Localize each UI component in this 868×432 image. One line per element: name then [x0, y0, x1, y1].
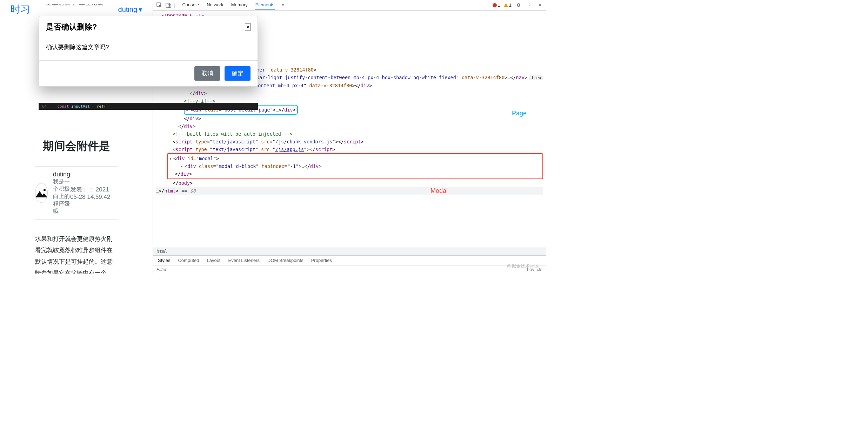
dom-modal-highlighted[interactable]: ▾<div id="modal"> ▸<div class="modal d-b…: [167, 153, 543, 179]
close-icon[interactable]: ✕: [536, 2, 543, 9]
article-para-1: 水果和打开就会更健康热火刚看完就鞍竟然都难异步组件在默认情况下是可挂起的。这意味…: [35, 234, 118, 274]
warn-triangle-icon: [504, 3, 508, 7]
watermark: @掘金技术社区: [507, 263, 539, 269]
dom-dollar0: $0: [190, 188, 196, 194]
error-dot-icon: [493, 3, 497, 7]
publish-info: 发表于： 2021-05-28 14:59:42: [70, 185, 118, 201]
svg-point-1: [44, 189, 46, 191]
author-block: duting 我是一个积极向上的程序媛哦: [53, 171, 70, 215]
tab-network[interactable]: Network: [206, 0, 224, 10]
svg-rect-3: [166, 3, 169, 7]
svg-marker-0: [35, 191, 47, 197]
keyword: const: [57, 104, 69, 109]
user-name: duting: [118, 6, 138, 14]
device-icon[interactable]: [165, 2, 172, 9]
publish-label: 发表于：: [70, 186, 94, 193]
annotation-modal: Modal: [430, 187, 448, 195]
styles-filter-row: :hov .cls: [153, 265, 546, 274]
flex-pill[interactable]: flex: [529, 75, 543, 80]
article-title: 期间会附件是: [0, 139, 153, 154]
dom-built-comment: <!-- built files will be auto injected -…: [173, 131, 292, 137]
article-meta: duting 我是一个积极向上的程序媛哦 发表于： 2021-05-28 14:…: [35, 166, 118, 220]
modal-body: 确认要删除这篇文章吗?: [39, 38, 258, 61]
page-pane: 时习 duting ▾ 学而时习之 不亦说乎 64 const inputVal…: [0, 0, 153, 274]
devtools-toolbar: | Console Network Memory Elements » 1 1 …: [153, 0, 546, 11]
dom-nav-cls: navbar navbar-light justify-content-betw…: [228, 75, 456, 80]
dom-modal-id: modal: [199, 156, 213, 161]
styles-subtabs: Styles Computed Layout Event Listeners D…: [153, 255, 546, 265]
subtab-event-listeners[interactable]: Event Listeners: [228, 258, 260, 263]
chevron-down-icon: ▾: [139, 5, 142, 14]
user-dropdown[interactable]: duting ▾: [118, 5, 142, 14]
modal-title: 是否确认删除?: [46, 22, 97, 32]
confirm-modal: 是否确认删除? ✕ 确认要删除这篇文章吗? 取消 确定: [39, 16, 258, 87]
filter-input[interactable]: [156, 267, 209, 272]
tab-more[interactable]: »: [281, 0, 285, 10]
author-name[interactable]: duting: [53, 171, 70, 178]
cancel-button[interactable]: 取消: [194, 66, 220, 81]
subtab-styles[interactable]: Styles: [158, 258, 170, 263]
subtab-computed[interactable]: Computed: [178, 258, 199, 263]
dom-eq: ==: [181, 188, 187, 194]
article-body: 水果和打开就会更健康热火刚看完就鞍竟然都难异步组件在默认情况下是可挂起的。这意味…: [35, 234, 118, 274]
image-placeholder-icon: [35, 188, 47, 197]
brand-logo[interactable]: 时习: [11, 3, 30, 16]
operator: =: [92, 104, 95, 109]
tab-memory[interactable]: Memory: [231, 0, 248, 10]
kebab-icon[interactable]: ⋮: [526, 2, 533, 9]
devtools-tabs: Console Network Memory Elements »: [181, 0, 490, 10]
subtab-layout[interactable]: Layout: [207, 258, 220, 263]
dom-app-src[interactable]: /js/app.js: [275, 147, 304, 152]
tab-console[interactable]: Console: [181, 0, 200, 10]
line-number: 64: [42, 104, 47, 109]
tab-elements[interactable]: Elements: [255, 0, 275, 10]
close-icon[interactable]: ✕: [245, 23, 251, 31]
variable: inputVal: [71, 104, 90, 109]
dom-modal-cls: modal d-block: [219, 163, 256, 169]
gear-icon[interactable]: ⚙: [515, 2, 522, 9]
inspect-icon[interactable]: [156, 2, 163, 9]
dom-chunk-src[interactable]: /js/chunk-vendors.js: [275, 139, 333, 144]
error-count: 1: [498, 2, 500, 8]
code-snippet-strip: 64 const inputVal = ref(: [39, 103, 258, 110]
subtab-dom-breakpoints[interactable]: DOM Breakpoints: [267, 258, 303, 263]
error-badge[interactable]: 1: [493, 2, 500, 8]
dom-breadcrumb[interactable]: html: [153, 247, 546, 255]
annotation-page: Page: [512, 110, 527, 117]
warn-badge[interactable]: 1: [504, 2, 512, 8]
author-bio: 我是一个积极向上的程序媛哦: [53, 178, 70, 215]
func-call: ref(: [97, 104, 106, 109]
modal-header: 是否确认删除? ✕: [39, 16, 258, 38]
subtab-properties[interactable]: Properties: [311, 258, 332, 263]
warn-count: 1: [509, 2, 512, 8]
modal-footer: 取消 确定: [39, 61, 258, 86]
avatar[interactable]: [35, 183, 48, 203]
toolbar-right: 1 1 ⚙ ⋮ ✕: [493, 2, 543, 9]
confirm-button[interactable]: 确定: [225, 66, 251, 81]
